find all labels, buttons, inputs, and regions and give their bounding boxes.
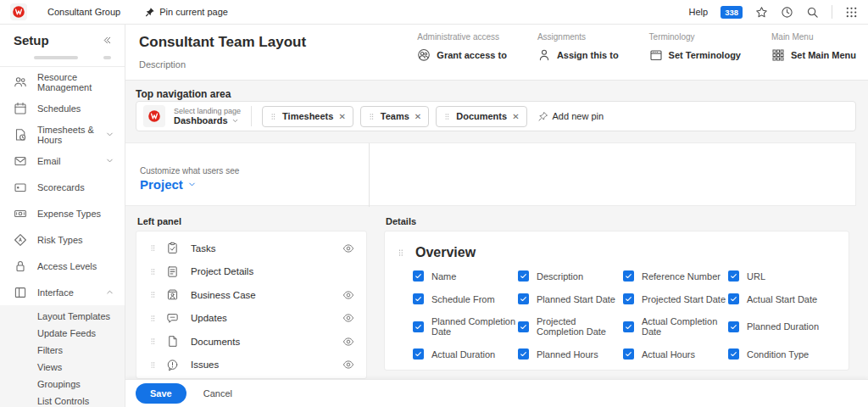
recents-clock-icon[interactable] [781,6,793,19]
left-panel-item-tasks[interactable]: Tasks [136,237,366,260]
email-icon [14,154,27,168]
checked-checkbox[interactable] [728,348,739,360]
remove-pin-icon[interactable]: ✕ [415,112,421,121]
visibility-eye-icon[interactable] [342,243,354,254]
chevron-down-icon [105,130,114,139]
visibility-eye-icon[interactable] [342,289,354,301]
admin-access-group: Administrative access Grant access to [417,32,507,62]
sidebar-item-timesheets-hours[interactable]: Timesheets & Hours [0,121,125,148]
layout-description-input[interactable]: Description [136,58,371,71]
field-checkbox[interactable]: Name [413,270,518,282]
field-checkbox[interactable]: Planned Completion Date [413,316,518,337]
remove-pin-icon[interactable]: ✕ [338,112,345,121]
sidebar-subitem-groupings[interactable]: Groupings [0,376,125,393]
workfront-logo[interactable] [10,3,27,20]
collapse-sidebar-icon[interactable] [102,35,113,46]
left-panel-item-issues[interactable]: Issues [136,354,366,377]
sidebar-item-access-levels[interactable]: Access Levels [0,253,125,279]
checked-checkbox[interactable] [623,321,634,332]
drag-handle-icon[interactable] [270,111,277,122]
drag-handle-icon[interactable] [149,266,157,277]
sidebar-item-resource-management[interactable]: Resource Management [0,69,125,95]
add-new-pin-button[interactable]: Add new pin [537,111,604,122]
sidebar-item-scorecards[interactable]: Scorecards [0,174,125,200]
checked-checkbox[interactable] [728,321,739,332]
sidebar-item-email[interactable]: Email [0,148,125,174]
field-checkbox[interactable]: URL [728,270,833,282]
sidebar-subitem-views[interactable]: Views [0,359,125,376]
search-icon[interactable] [806,6,819,19]
field-checkbox[interactable]: Planned Start Date [518,293,623,304]
checked-checkbox[interactable] [728,293,739,304]
checked-checkbox[interactable] [413,270,424,282]
object-type-dropdown[interactable]: Project [140,177,197,192]
field-checkbox[interactable]: Actual Duration [413,348,518,360]
pin-current-page-button[interactable]: Pin current page [144,7,228,18]
field-checkbox[interactable]: Projected Completion Date [518,316,623,337]
sidebar-item-schedules[interactable]: Schedules [0,95,125,121]
set-terminology-button[interactable]: Set Terminology [649,48,741,62]
field-checkbox[interactable]: Actual Hours [623,348,728,360]
left-panel-item-project-details[interactable]: Project Details [136,260,366,284]
layout-name-input[interactable]: Consultant Team Layout [136,31,371,53]
field-checkbox[interactable]: Planned Duration [728,316,833,337]
sidebar-subitem-layout-templates[interactable]: Layout Templates [0,308,125,325]
business-case-icon [166,288,179,301]
visibility-eye-icon[interactable] [342,312,354,324]
left-panel-item-documents[interactable]: Documents [136,330,366,354]
checked-checkbox[interactable] [413,293,424,304]
left-panel-item-updates[interactable]: Updates [136,307,366,331]
favorites-star-icon[interactable] [755,6,768,19]
sidebar-subitem-list-controls[interactable]: List Controls [0,393,125,407]
left-panel-item-business-case[interactable]: Business Case [136,283,366,307]
checked-checkbox[interactable] [413,321,424,332]
checked-checkbox[interactable] [623,348,634,360]
field-checkbox[interactable]: Schedule From [413,293,518,304]
grant-access-button[interactable]: Grant access to [417,48,507,62]
pin-chip-documents[interactable]: Documents ✕ [436,106,526,127]
field-checkbox[interactable]: Reference Number [623,270,728,282]
field-checkbox[interactable]: Planned Hours [518,348,623,360]
drag-handle-icon[interactable] [149,289,157,300]
help-link[interactable]: Help [689,7,709,17]
details-overview-card: Overview Name Description Reference Numb… [384,231,849,371]
checked-checkbox[interactable] [728,270,739,282]
drag-handle-icon[interactable] [149,313,157,324]
pin-chip-timesheets[interactable]: Timesheets ✕ [262,106,353,127]
assign-this-to-button[interactable]: Assign this to [537,48,619,62]
sidebar-item-expense-types[interactable]: Expense Types [0,200,125,226]
sidebar-subitem-filters[interactable]: Filters [0,342,125,359]
drag-handle-icon[interactable] [149,360,157,371]
checked-checkbox[interactable] [518,348,529,360]
drag-handle-icon[interactable] [443,111,451,122]
checked-checkbox[interactable] [518,293,529,304]
checked-checkbox[interactable] [413,348,424,360]
checked-checkbox[interactable] [623,293,634,304]
checked-checkbox[interactable] [623,270,634,282]
set-main-menu-button[interactable]: Set Main Menu [771,48,856,62]
field-checkbox[interactable]: Actual Start Date [728,293,833,304]
visibility-eye-icon[interactable] [342,359,354,371]
field-checkbox[interactable]: Projected Start Date [623,293,728,304]
sidebar-item-risk-types[interactable]: Risk Types [0,226,125,253]
pin-chip-teams[interactable]: Teams ✕ [360,106,429,127]
visibility-eye-icon[interactable] [342,336,354,348]
drag-handle-icon[interactable] [149,336,157,347]
field-checkbox[interactable]: Condition Type [728,348,833,360]
cancel-button[interactable]: Cancel [203,388,232,399]
app-switcher-icon[interactable] [845,6,858,19]
sidebar-item-interface[interactable]: Interface [0,279,125,305]
checked-checkbox[interactable] [518,270,529,282]
drag-handle-icon[interactable] [149,243,157,254]
sidebar-subitem-update-feeds[interactable]: Update Feeds [0,325,125,342]
drag-handle-icon[interactable] [397,247,405,259]
notification-badge[interactable]: 338 [721,6,743,19]
home-logo[interactable] [143,105,165,127]
remove-pin-icon[interactable]: ✕ [512,112,519,121]
drag-handle-icon[interactable] [368,111,376,122]
field-checkbox[interactable]: Description [518,270,623,282]
save-button[interactable]: Save [136,383,186,404]
landing-page-dropdown[interactable]: Dashboards [174,115,241,125]
checked-checkbox[interactable] [518,321,529,332]
field-checkbox[interactable]: Actual Completion Date [623,316,728,337]
